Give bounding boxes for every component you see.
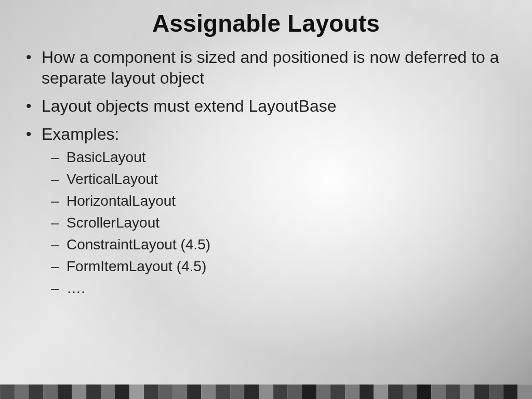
strip-square <box>503 384 518 399</box>
strip-square <box>216 384 230 399</box>
strip-square <box>388 384 403 399</box>
bullet-item-text: Examples: <box>42 125 119 143</box>
strip-square <box>360 384 374 399</box>
strip-square <box>259 384 273 399</box>
strip-square <box>287 384 302 399</box>
strip-square <box>15 384 29 399</box>
strip-square <box>316 384 331 399</box>
strip-square <box>115 384 129 399</box>
sub-bullet-list: BasicLayout VerticalLayout HorizontalLay… <box>42 147 511 299</box>
strip-square <box>43 384 58 399</box>
strip-square <box>129 384 144 399</box>
sub-bullet-item: VerticalLayout <box>66 168 511 190</box>
strip-square <box>474 384 489 399</box>
strip-square <box>446 384 460 399</box>
slide-content: How a component is sized and positioned … <box>0 37 532 299</box>
strip-square <box>0 384 15 399</box>
sub-bullet-item: ScrollerLayout <box>66 212 511 234</box>
strip-square <box>417 384 431 399</box>
strip-square <box>330 384 345 399</box>
strip-square <box>187 384 202 399</box>
strip-square <box>72 384 86 399</box>
strip-square <box>244 384 259 399</box>
bullet-item: How a component is sized and positioned … <box>42 47 511 88</box>
strip-square <box>144 384 158 399</box>
strip-square <box>374 384 388 399</box>
sub-bullet-item: HorizontalLayout <box>66 190 511 212</box>
bullet-item: Layout objects must extend LayoutBase <box>42 96 511 116</box>
bullet-item: Examples: BasicLayout VerticalLayout Hor… <box>42 124 511 299</box>
strip-square <box>158 384 172 399</box>
strip-square <box>58 384 72 399</box>
strip-square <box>230 384 245 399</box>
strip-square <box>345 384 360 399</box>
strip-square <box>517 384 532 399</box>
strip-square <box>29 384 43 399</box>
slide-title: Assignable Layouts <box>0 0 532 37</box>
strip-square <box>460 384 475 399</box>
slide: Assignable Layouts How a component is si… <box>0 0 532 399</box>
bullet-list: How a component is sized and positioned … <box>21 47 511 299</box>
strip-square <box>431 384 446 399</box>
strip-square <box>101 384 115 399</box>
strip-square <box>86 384 101 399</box>
sub-bullet-item: BasicLayout <box>66 147 511 168</box>
sub-bullet-item: …. <box>66 277 511 299</box>
sub-bullet-item: FormItemLayout (4.5) <box>66 256 511 277</box>
decorative-strip <box>0 384 532 399</box>
sub-bullet-item: ConstraintLayout (4.5) <box>66 234 511 256</box>
strip-square <box>302 384 316 399</box>
strip-square <box>273 384 288 399</box>
strip-square <box>172 384 187 399</box>
strip-square <box>489 384 503 399</box>
strip-square <box>201 384 216 399</box>
strip-square <box>403 384 417 399</box>
